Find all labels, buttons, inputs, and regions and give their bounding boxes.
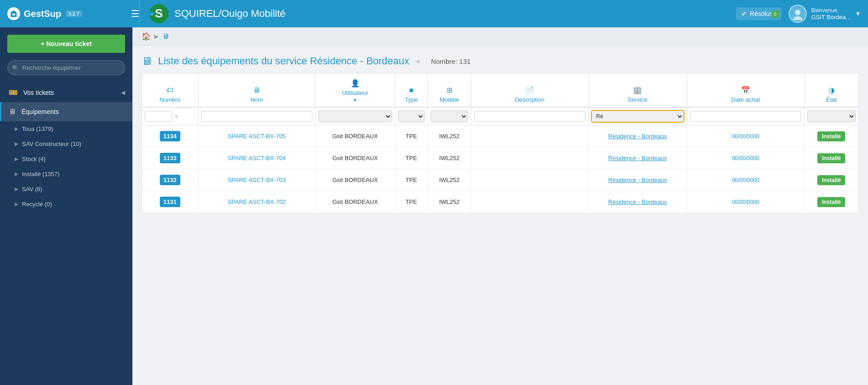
top-navbar: GestSup 3.2.7 ☰ S → SQUIREL/Ouigo Mobili…: [0, 0, 868, 27]
brand-title: GestSup: [24, 9, 61, 19]
cell-description: [471, 147, 588, 169]
service-link[interactable]: Résidence - Bordeaux: [608, 198, 667, 205]
filter-numero-input[interactable]: [145, 111, 172, 122]
cell-utilisateur: Gsit BORDEAUX: [315, 147, 395, 169]
sav-label: SAV (8): [22, 186, 42, 192]
numero-badge[interactable]: 1134: [160, 131, 180, 141]
monitor-breadcrumb-icon[interactable]: 🖥: [162, 32, 169, 41]
cell-description: [471, 125, 588, 147]
page-title-chevrons: »: [416, 57, 420, 65]
cell-nom: SPARE ASCT-BX-704: [198, 147, 315, 169]
new-ticket-button[interactable]: + Nouveau ticket: [7, 35, 125, 53]
user-menu[interactable]: Bienvenue, GSIT Bordea... ▼: [789, 5, 861, 23]
app-name: SQUIREL/Ouigo Mobilité: [174, 8, 285, 20]
th-utilisateur-label: Utilisateur: [320, 89, 390, 96]
th-description-label: Description: [476, 96, 583, 103]
filter-nom-input[interactable]: [201, 111, 312, 122]
filter-etat-select[interactable]: [807, 110, 856, 122]
th-modele[interactable]: ⊞ Modèle: [427, 73, 471, 108]
date-achat-value: 00/00/0000: [732, 133, 759, 140]
hamburger-menu-icon[interactable]: ☰: [131, 8, 139, 19]
search-icon: 🔍: [12, 64, 19, 71]
numero-badge[interactable]: 1132: [160, 175, 180, 185]
sidebar-item-equipements[interactable]: 🖥 Équipements: [0, 102, 132, 121]
numero-badge[interactable]: 1133: [160, 153, 180, 163]
th-utilisateur[interactable]: 👤 Utilisateur ▼: [315, 73, 395, 108]
th-numero-label: Numéro: [147, 96, 194, 103]
etat-col-icon: ◑: [809, 86, 854, 94]
th-date-achat[interactable]: 📅 Date achat: [687, 73, 804, 108]
tag-icon: 🏷: [147, 86, 194, 94]
sidebar: + Nouveau ticket 🔍 🎫 Vos tickets ◀ 🖥 Équ…: [0, 27, 132, 385]
nom-link[interactable]: SPARE ASCT-BX-702: [227, 198, 286, 205]
sidebar-submenu-sav-constructeur[interactable]: ▶ SAV Constructeur (10): [7, 136, 132, 151]
cell-numero: 1133: [142, 147, 199, 169]
description-col-icon: 📄: [476, 86, 583, 94]
sidebar-item-vos-tickets[interactable]: 🎫 Vos tickets ◀: [0, 83, 132, 102]
filter-utilisateur-select[interactable]: [318, 110, 392, 122]
service-link[interactable]: Résidence - Bordeaux: [608, 133, 667, 140]
equipements-icon: 🖥: [9, 108, 16, 116]
installe-label: Installé (1357): [22, 171, 59, 177]
stock-label: Stock (4): [22, 156, 46, 162]
date-achat-value: 00/00/0000: [732, 155, 759, 161]
th-description[interactable]: 📄 Description: [471, 73, 588, 108]
cell-nom: SPARE ASCT-BX-702: [198, 191, 315, 213]
filter-date-achat-cell: [687, 107, 804, 125]
cell-etat: Installé: [804, 169, 858, 191]
th-nom-label: Nom: [203, 96, 310, 103]
filter-modele-select[interactable]: [431, 110, 468, 122]
th-date-achat-label: Date achat: [692, 96, 799, 103]
cell-service: Résidence - Bordeaux: [588, 125, 687, 147]
sidebar-submenu-sav[interactable]: ▶ SAV (8): [7, 182, 132, 197]
filter-utilisateur-cell: [315, 107, 395, 125]
status-badge: Installé: [817, 131, 845, 141]
service-col-icon: 🏢: [593, 86, 683, 94]
status-badge: Installé: [817, 153, 845, 163]
equipment-table: 🏷 Numéro 🖥 Nom 👤 Utilisateur ▼: [142, 73, 859, 213]
breadcrumb-separator-1: ▶: [154, 33, 158, 40]
numero-badge[interactable]: 1131: [160, 197, 180, 207]
user-menu-chevron-icon: ▼: [855, 10, 861, 17]
filter-service-select[interactable]: Ré Tous: [591, 110, 684, 122]
home-icon[interactable]: 🏠: [142, 32, 151, 41]
nom-link[interactable]: SPARE ASCT-BX-704: [227, 155, 286, 161]
sidebar-submenu-tous[interactable]: ▶ Tous (1379): [7, 121, 132, 136]
search-input[interactable]: [7, 60, 125, 75]
filter-description-input[interactable]: [474, 111, 585, 122]
navbar-center: S → SQUIREL/Ouigo Mobilité: [140, 4, 736, 24]
filter-description-cell: [471, 107, 588, 125]
filter-nom-cell: [198, 107, 315, 125]
filter-numero-icon: ≡: [175, 114, 178, 119]
filter-service-cell: Ré Tous: [588, 107, 687, 125]
cell-nom: SPARE ASCT-BX-705: [198, 125, 315, 147]
sidebar-submenu-installe[interactable]: ▶ Installé (1357): [7, 166, 132, 182]
cell-etat: Installé: [804, 191, 858, 213]
filter-type-cell: [395, 107, 427, 125]
cell-service: Résidence - Bordeaux: [588, 147, 687, 169]
th-modele-label: Modèle: [432, 96, 466, 103]
nom-link[interactable]: SPARE ASCT-BX-705: [227, 133, 286, 140]
th-etat[interactable]: ◑ État: [804, 73, 858, 108]
resolved-button[interactable]: ✔ Résolus 0: [736, 7, 781, 20]
nom-link[interactable]: SPARE ASCT-BX-703: [227, 177, 286, 183]
th-numero[interactable]: 🏷 Numéro: [142, 73, 199, 108]
service-link[interactable]: Résidence - Bordeaux: [608, 155, 667, 161]
tickets-chevron-icon: ◀: [121, 89, 125, 96]
th-type-label: Type: [400, 96, 423, 103]
sidebar-submenu-stock[interactable]: ▶ Stock (4): [7, 151, 132, 166]
notification-count: 0: [771, 10, 779, 18]
table-row: 1134SPARE ASCT-BX-705Gsit BORDEAUXTPEIWL…: [142, 125, 859, 147]
th-type[interactable]: ■ Type: [395, 73, 427, 108]
service-link[interactable]: Résidence - Bordeaux: [608, 177, 667, 183]
filter-type-select[interactable]: [398, 110, 425, 122]
th-service[interactable]: 🏢 Service: [588, 73, 687, 108]
sidebar-submenu-recycle[interactable]: ▶ Recyclé (0): [7, 197, 132, 212]
cell-date-achat: 00/00/0000: [687, 147, 804, 169]
filter-date-achat-input[interactable]: [690, 111, 801, 122]
th-nom[interactable]: 🖥 Nom: [198, 73, 315, 108]
modele-col-icon: ⊞: [432, 86, 466, 94]
recycle-chevron-icon: ▶: [15, 201, 18, 207]
table-row: 1131SPARE ASCT-BX-702Gsit BORDEAUXTPEIWL…: [142, 191, 859, 213]
app-body: + Nouveau ticket 🔍 🎫 Vos tickets ◀ 🖥 Équ…: [0, 27, 868, 385]
